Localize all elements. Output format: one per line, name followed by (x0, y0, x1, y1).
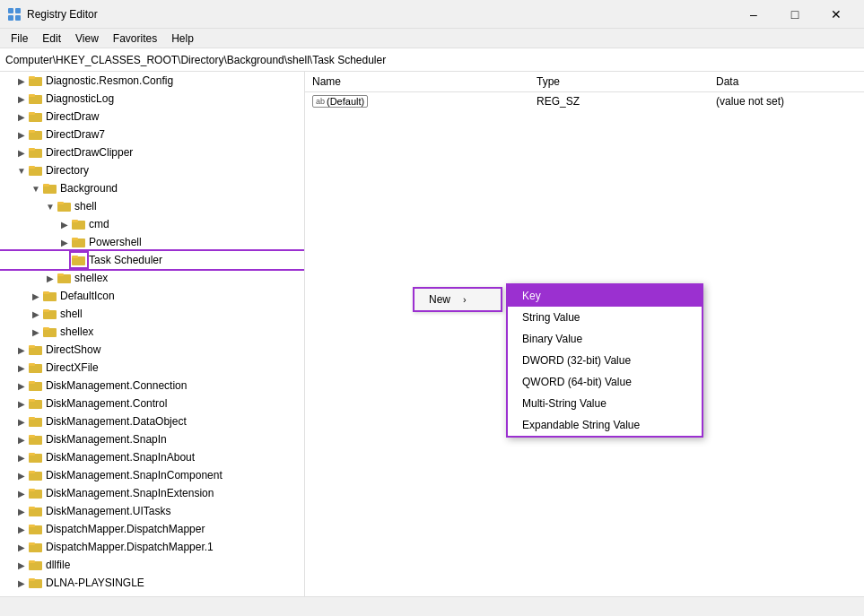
expand-icon[interactable]: ▶ (57, 217, 72, 231)
expand-icon[interactable]: ▶ (43, 271, 57, 285)
expand-icon[interactable]: ▶ (14, 576, 29, 590)
folder-icon (29, 541, 43, 553)
tree-item-shellex1[interactable]: ▶ shellex (0, 269, 304, 287)
tree-item-dllfile[interactable]: ▶ dllfile (0, 556, 304, 574)
tree-label: shell (74, 200, 97, 213)
svg-rect-22 (72, 220, 78, 222)
expand-icon[interactable]: ▶ (14, 74, 29, 88)
tree-item-directory[interactable]: ▼ Directory (0, 161, 304, 179)
tree-item-dir-shell[interactable]: ▶ shell (0, 305, 304, 323)
expand-icon[interactable]: ▶ (14, 558, 29, 572)
tree-item-defaulticon[interactable]: ▶ DefaultIcon (0, 287, 304, 305)
tree-item[interactable]: ▶ Diagnostic.Resmon.Config (0, 72, 304, 90)
expand-icon[interactable]: ▶ (14, 486, 29, 500)
menu-view[interactable]: View (68, 30, 106, 47)
right-pane: Name Type Data ab (Default) REG_SZ (valu… (305, 72, 864, 596)
expand-icon[interactable]: ▶ (14, 504, 29, 518)
tree-item-directshow[interactable]: ▶ DirectShow (0, 341, 304, 359)
new-button[interactable]: New › (413, 287, 502, 312)
tree-item-diskmanagement-snapinabout[interactable]: ▶ DiskManagement.SnapInAbout (0, 448, 304, 466)
submenu-item-key[interactable]: Key (508, 285, 702, 307)
submenu-item-qword[interactable]: QWORD (64-bit) Value (508, 371, 702, 393)
expand-icon[interactable]: ▶ (14, 432, 29, 447)
expand-icon[interactable]: ▶ (14, 594, 29, 596)
folder-icon (29, 379, 43, 392)
tree-label: Directory (46, 164, 89, 177)
tree-label: DiskManagement.Connection (46, 379, 187, 392)
expand-icon[interactable]: ▼ (14, 163, 29, 178)
folder-icon (29, 469, 43, 482)
expand-icon[interactable]: ▶ (14, 396, 29, 411)
expand-icon[interactable]: ▶ (14, 450, 29, 464)
submenu: Key String Value Binary Value DWORD (32-… (506, 283, 703, 438)
tree-item-dispatchmapper[interactable]: ▶ DispatchMapper.DispatchMapper (0, 520, 304, 538)
tree-item-shell[interactable]: ▼ shell (0, 197, 304, 215)
tree-item[interactable]: ▶ DirectDraw7 (0, 126, 304, 143)
tree-item-diskmanagement-connection[interactable]: ▶ DiskManagement.Connection (0, 377, 304, 395)
expand-icon[interactable]: ▶ (14, 343, 29, 357)
menu-favorites[interactable]: Favorites (106, 30, 164, 47)
submenu-item-binary[interactable]: Binary Value (508, 328, 702, 350)
menu-help[interactable]: Help (164, 30, 201, 47)
tree-label: shellex (74, 272, 108, 284)
minimize-button[interactable]: – (733, 0, 774, 29)
tree-item[interactable]: ▶ DirectDrawClipper (0, 143, 304, 161)
tree-item-diskmanagement-control[interactable]: ▶ DiskManagement.Control (0, 395, 304, 412)
expand-icon[interactable]: ▶ (14, 91, 29, 106)
expand-icon[interactable]: ▶ (14, 414, 29, 429)
submenu-item-string[interactable]: String Value (508, 307, 702, 328)
submenu-item-dword[interactable]: DWORD (32-bit) Value (508, 350, 702, 371)
expand-icon[interactable]: ▶ (29, 289, 43, 303)
tree-item-dmacc[interactable]: ▶ DMAcc (0, 592, 304, 596)
expand-icon[interactable]: ▼ (43, 199, 57, 213)
close-button[interactable]: ✕ (816, 0, 857, 29)
tree-item[interactable]: ▶ DirectDraw (0, 108, 304, 126)
expand-icon[interactable]: ▶ (14, 378, 29, 393)
tree-label: DispatchMapper.DispatchMapper (46, 523, 205, 535)
tree-item-background[interactable]: ▼ Background (0, 179, 304, 197)
expand-icon[interactable]: ▶ (14, 109, 29, 124)
tree-item-diskmanagement-snapin[interactable]: ▶ DiskManagement.SnapIn (0, 430, 304, 448)
expand-icon[interactable]: ▶ (14, 360, 29, 375)
tree-item-cmd[interactable]: ▶ cmd (0, 215, 304, 233)
svg-rect-38 (29, 363, 35, 366)
tree-item-powershell[interactable]: ▶ Powershell (0, 233, 304, 251)
tree-item-diskmanagement-snapincomponent[interactable]: ▶ DiskManagement.SnapInComponent (0, 466, 304, 484)
expand-icon[interactable]: ▶ (29, 307, 43, 321)
menu-file[interactable]: File (4, 30, 35, 47)
folder-icon (29, 361, 43, 374)
menu-edit[interactable]: Edit (35, 30, 68, 47)
svg-rect-30 (43, 291, 49, 294)
tree-label: Diagnostic.Resmon.Config (46, 74, 173, 87)
expand-icon[interactable]: ▶ (29, 325, 43, 339)
tree-label: DefaultIcon (60, 290, 115, 302)
tree-item-dir-shellex[interactable]: ▶ shellex (0, 323, 304, 341)
maximize-button[interactable]: □ (774, 0, 816, 29)
tree-item-directxfile[interactable]: ▶ DirectXFile (0, 359, 304, 377)
expand-icon[interactable]: ▶ (57, 235, 72, 249)
expand-icon[interactable]: ▶ (14, 127, 29, 142)
arrow-icon: › (463, 294, 467, 305)
submenu-item-multistring[interactable]: Multi-String Value (508, 393, 702, 414)
expand-icon[interactable]: ▶ (14, 522, 29, 536)
expand-icon[interactable]: ▶ (14, 468, 29, 482)
tree-item-diskmanagement-snapinextension[interactable]: ▶ DiskManagement.SnapInExtension (0, 484, 304, 502)
svg-rect-2 (8, 15, 13, 21)
expand-icon[interactable]: ▶ (14, 145, 29, 160)
tree-item-task-scheduler[interactable]: ▶ Task Scheduler (0, 251, 304, 269)
submenu-item-expandable[interactable]: Expandable String Value (508, 414, 702, 436)
tree-item-dlna[interactable]: ▶ DLNA-PLAYSINGLE (0, 574, 304, 592)
tree-item-diskmanagement-dataobject[interactable]: ▶ DiskManagement.DataObject (0, 412, 304, 430)
expand-icon[interactable]: ▼ (29, 181, 43, 195)
folder-icon (29, 451, 43, 464)
tree-pane[interactable]: ▶ Diagnostic.Resmon.Config ▶ DiagnosticL… (0, 72, 305, 596)
tree-item-dispatchmapper1[interactable]: ▶ DispatchMapper.DispatchMapper.1 (0, 538, 304, 556)
expand-icon[interactable]: ▶ (14, 540, 29, 554)
tree-item[interactable]: ▶ DiagnosticLog (0, 90, 304, 108)
folder-icon (29, 92, 43, 105)
table-row[interactable]: ab (Default) REG_SZ (value not set) (305, 92, 864, 110)
folder-icon (29, 415, 43, 428)
folder-icon (29, 433, 43, 446)
tree-item-diskmanagement-uitasks[interactable]: ▶ DiskManagement.UITasks (0, 502, 304, 520)
tree-label: DispatchMapper.DispatchMapper.1 (46, 541, 214, 553)
